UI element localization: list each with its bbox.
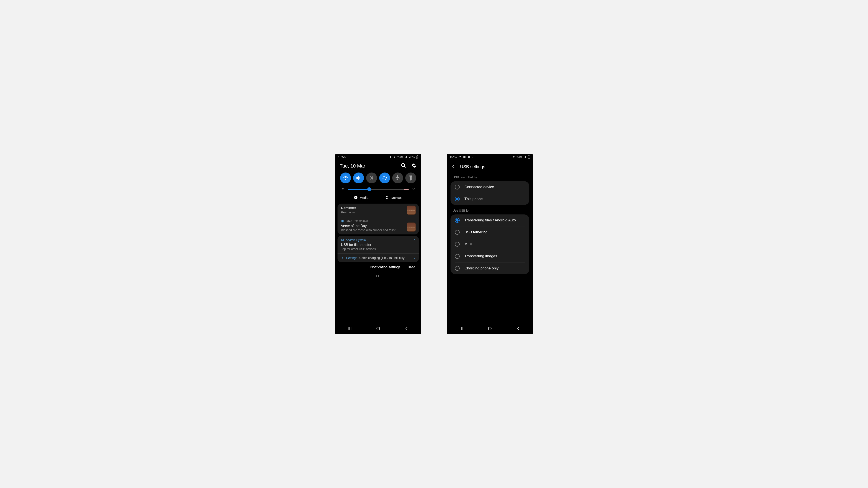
svg-line-11 (342, 188, 342, 188)
bluetooth-toggle[interactable] (366, 172, 377, 184)
option-label: Transferring files / Android Auto (464, 218, 525, 223)
option-label: Transferring images (464, 254, 525, 259)
gear-icon[interactable] (411, 163, 416, 169)
svg-rect-33 (529, 155, 529, 156)
svg-rect-3 (417, 156, 417, 156)
option-charging[interactable]: Charging phone only (451, 262, 529, 274)
recents-button[interactable] (459, 326, 464, 332)
shade-header: Tue, 10 Mar (335, 160, 421, 170)
usb-controlled-card: Connected device This phone (451, 181, 529, 205)
notification-settings-button[interactable]: Notification settings (370, 265, 401, 269)
settings-icon (341, 238, 344, 241)
use-usb-card: Transferring files / Android Auto USB te… (451, 215, 529, 274)
option-tethering[interactable]: USB tethering (451, 226, 529, 238)
image-icon (459, 155, 462, 159)
radio-icon (455, 185, 460, 190)
battery-icon (416, 155, 418, 159)
chevron-down-icon[interactable]: ⌄ (413, 256, 415, 259)
status-bar: 15:57 • Vo LTE (447, 154, 533, 160)
notif-app-name: Bible (346, 220, 352, 223)
notif-app-name: Android System (346, 238, 366, 241)
notification-settings-row[interactable]: Settings Cable charging (1 h 2 m until f… (338, 254, 419, 262)
svg-rect-31 (468, 156, 470, 158)
brightness-icon (341, 187, 345, 192)
option-label: Connected device (464, 185, 525, 190)
svg-point-20 (388, 198, 389, 199)
section-label-use: Use USB for (447, 205, 533, 215)
svg-point-17 (386, 196, 387, 197)
svg-line-14 (344, 188, 344, 188)
svg-point-19 (386, 198, 387, 199)
option-label: This phone (464, 197, 525, 201)
drag-handle[interactable] (375, 202, 381, 202)
app-icon (463, 155, 466, 159)
wifi-icon (512, 156, 515, 159)
section-label-controlled: USB controlled by (447, 172, 533, 181)
home-button[interactable] (376, 326, 380, 332)
svg-rect-30 (463, 156, 465, 158)
status-time: 15:57 (450, 155, 457, 159)
volte-icon: Vo LTE (398, 156, 403, 158)
date-text: Tue, 10 Mar (340, 163, 365, 169)
option-transfer-files[interactable]: Transferring files / Android Auto (451, 215, 529, 226)
chevron-up-icon[interactable]: ⌃ (413, 239, 416, 242)
notif-title: Reminder (341, 206, 404, 210)
radio-icon (455, 242, 460, 247)
battery-icon (528, 155, 530, 159)
radio-icon (455, 266, 460, 271)
media-devices-row: Media Devices (335, 193, 421, 201)
nav-bar (335, 324, 421, 334)
volte-icon: Vo LTE (517, 156, 522, 158)
notification-card-android[interactable]: Android System USB for file transfer Tap… (338, 236, 419, 262)
svg-point-4 (402, 164, 405, 167)
svg-rect-21 (341, 220, 343, 222)
back-button[interactable] (404, 326, 409, 332)
svg-rect-0 (390, 156, 391, 158)
radio-icon (455, 254, 460, 259)
bible-icon: HOLY BIBLE (407, 223, 416, 232)
search-icon[interactable] (401, 163, 406, 169)
notif-body: Read now (341, 210, 404, 214)
brightness-slider[interactable] (348, 189, 409, 190)
svg-line-13 (342, 190, 342, 190)
back-icon[interactable] (451, 164, 456, 169)
nav-bar (447, 324, 533, 334)
phone-usb-settings: 15:57 • Vo LTE USB settings USB controll… (447, 154, 533, 334)
back-button[interactable] (516, 326, 521, 332)
battery-pct: 70% (409, 155, 415, 159)
sound-toggle[interactable] (353, 172, 364, 184)
option-this-phone[interactable]: This phone (451, 193, 529, 205)
option-images[interactable]: Transferring images (451, 250, 529, 262)
svg-rect-27 (377, 327, 380, 330)
flashlight-toggle[interactable] (405, 172, 416, 184)
media-label: Media (360, 196, 368, 199)
status-right: Vo LTE 70% (389, 155, 418, 159)
clear-button[interactable]: Clear (407, 265, 415, 269)
option-label: MIDI (464, 242, 525, 247)
svg-point-23 (341, 239, 344, 241)
bible-icon: HOLY BIBLE (407, 205, 416, 215)
carrier-label: EE (335, 272, 421, 278)
media-button[interactable]: Media (350, 196, 372, 199)
devices-button[interactable]: Devices (381, 196, 406, 199)
home-button[interactable] (488, 326, 492, 332)
svg-point-18 (388, 196, 389, 197)
devices-label: Devices (391, 196, 402, 199)
radio-icon (455, 218, 460, 223)
recents-button[interactable] (347, 326, 352, 332)
status-right: Vo LTE (512, 155, 530, 159)
notification-list: Reminder Read now HOLY BIBLE Bible 09/03… (335, 204, 421, 262)
page-title: USB settings (460, 164, 485, 169)
notification-card-bible[interactable]: Reminder Read now HOLY BIBLE Bible 09/03… (338, 204, 419, 234)
settings-text: Cable charging (1 h 2 m until fully… (360, 256, 411, 260)
rotate-toggle[interactable] (379, 172, 390, 184)
status-time: 15:56 (338, 155, 345, 159)
option-connected-device[interactable]: Connected device (451, 181, 529, 193)
notif-date: 09/03/2020 (354, 220, 368, 223)
option-midi[interactable]: MIDI (451, 238, 529, 250)
airplane-toggle[interactable] (392, 172, 403, 184)
radio-icon (455, 197, 460, 201)
chevron-down-icon[interactable] (412, 187, 415, 191)
bolt-icon (341, 256, 344, 259)
wifi-toggle[interactable] (340, 172, 351, 184)
